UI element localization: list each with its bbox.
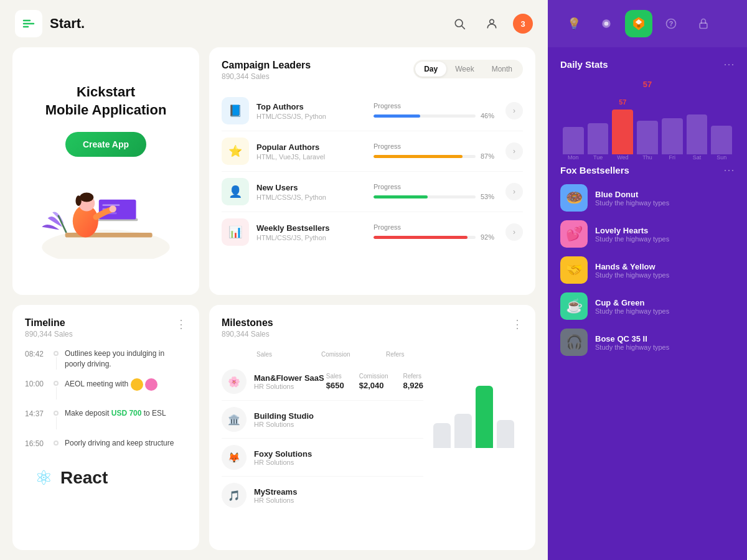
progress-label: Progress <box>374 142 498 150</box>
fox-bestsellers-menu[interactable]: ⋯ <box>723 163 735 177</box>
timeline-line <box>56 417 57 429</box>
timeline-subtitle: 890,344 Sales <box>25 330 73 338</box>
milestone-list: Sales Comission Refers 🌸 Man&Flower SaaS… <box>222 348 423 514</box>
timeline-dot-wrap <box>54 348 59 370</box>
sidebar-icon-circle[interactable] <box>593 10 620 37</box>
search-icon[interactable] <box>448 12 471 35</box>
campaign-row-icon: 👤 <box>222 178 249 205</box>
chart-day-label: Mon <box>563 154 584 161</box>
chart-day-label: Tue <box>588 154 609 161</box>
row-chevron[interactable]: › <box>505 142 523 160</box>
notification-badge[interactable]: 3 <box>513 14 533 34</box>
tab-week[interactable]: Week <box>446 62 482 77</box>
user-icon[interactable] <box>481 12 503 35</box>
timeline-link[interactable]: USD 700 <box>111 409 142 418</box>
milestones-menu[interactable]: ⋮ <box>512 317 523 331</box>
progress-bar-bg <box>374 114 476 118</box>
progress-bar-bg <box>374 195 476 198</box>
sidebar-icon-question[interactable]: ? <box>657 10 685 37</box>
timeline-line <box>56 387 57 399</box>
milestone-row: 🎵 MyStreams HR Solutions <box>222 477 423 514</box>
progress-label: Progress <box>374 183 498 190</box>
fox-item-name: Lovely Hearts <box>595 226 669 235</box>
timeline-item: 16:50 Poorly driving and keep structure <box>25 438 187 449</box>
fox-thumb: 🎧 <box>560 329 588 356</box>
timeline-time: 08:42 <box>25 348 47 358</box>
milestone-row: 🌸 Man&Flower SaaS HR Solutions Sales$650… <box>222 363 423 401</box>
timeline-time: 16:50 <box>25 438 47 448</box>
progress-bar-fill <box>374 195 428 198</box>
timeline-dot <box>54 351 59 356</box>
tab-month[interactable]: Month <box>483 62 521 77</box>
svg-point-23 <box>637 24 640 27</box>
campaign-row-tags: HTML, VueJS, Laravel <box>256 153 374 161</box>
daily-stats-menu[interactable]: ⋯ <box>723 57 735 71</box>
campaign-row: 📊 Weekly Bestsellers HTML/CSS/JS, Python… <box>222 212 523 252</box>
svg-rect-10 <box>102 204 120 206</box>
progress-label: Progress <box>374 102 498 110</box>
fox-item-sub: Study the highway types <box>595 307 669 315</box>
chart-bar-wrap <box>563 92 584 154</box>
milestone-stats: Sales$650 Comission$2,040 Refers8,926 <box>326 373 423 390</box>
campaign-row-info: Weekly Bestsellers HTML/CSS/JS, Python <box>256 223 374 241</box>
timeline-list: 08:42 Outlines keep you indulging in poo… <box>25 348 187 449</box>
chart-bars: 57 <box>560 92 735 154</box>
timeline-item: 08:42 Outlines keep you indulging in poo… <box>25 348 187 370</box>
content-grid: Kickstart Mobile Application Create App <box>0 47 548 560</box>
tab-day[interactable]: Day <box>415 62 446 77</box>
timeline-menu[interactable]: ⋮ <box>176 317 187 331</box>
chart-labels: MonTueWedThuFriSatSun <box>560 154 735 161</box>
svg-point-19 <box>604 22 609 26</box>
progress-section: Progress 46% <box>374 102 498 119</box>
fox-item-sub: Study the highway types <box>595 199 669 207</box>
milestone-bar <box>476 386 493 448</box>
daily-stats-chart: 57 57 MonTueWedThuFriSatSun <box>560 78 735 153</box>
chart-bar <box>637 121 658 154</box>
create-app-button[interactable]: Create App <box>65 132 146 157</box>
campaign-tabs: Day Week Month <box>413 60 523 78</box>
fox-item: 🎧 Bose QC 35 II Study the highway types <box>560 329 735 356</box>
header-actions: 3 <box>448 12 533 35</box>
fox-item-name: Hands & Yellow <box>595 262 669 271</box>
progress-bar-wrap: 53% <box>374 193 498 200</box>
sidebar-icon-bulb[interactable]: 💡 <box>560 10 588 37</box>
row-chevron[interactable]: › <box>505 223 523 241</box>
progress-bar-fill <box>374 114 420 118</box>
chart-bar <box>563 127 584 154</box>
fox-thumb: 🍩 <box>560 184 588 212</box>
daily-stats-title: Daily Stats <box>560 59 608 70</box>
progress-bar-bg <box>374 236 476 239</box>
milestone-icon: 🎵 <box>222 483 247 508</box>
progress-section: Progress 53% <box>374 183 498 200</box>
chart-day-label: Sun <box>711 154 732 161</box>
chart-bar-wrap <box>637 92 658 154</box>
chart-bar <box>612 110 633 154</box>
campaign-row-name: New Users <box>256 183 374 192</box>
milestone-content: Sales Comission Refers 🌸 Man&Flower SaaS… <box>222 348 523 514</box>
milestone-sub: HR Solutions <box>254 421 339 428</box>
milestone-name: Foxy Solutions <box>254 449 339 459</box>
fox-item: 💕 Lovely Hearts Study the highway types <box>560 220 735 248</box>
sidebar-icon-lock[interactable] <box>690 10 717 37</box>
logo-text: Start. <box>50 16 85 32</box>
milestones-subtitle: 890,344 Sales <box>222 330 273 338</box>
react-logo-section: ⚛ React <box>25 457 187 498</box>
fox-item-info: Lovely Hearts Study the highway types <box>595 226 669 243</box>
fox-item-info: Blue Donut Study the highway types <box>595 190 669 207</box>
timeline-time: 10:00 <box>25 378 47 388</box>
chart-bar <box>588 123 609 154</box>
campaign-row-icon: 📊 <box>222 218 249 246</box>
chart-peak-value: 57 <box>643 80 652 89</box>
row-chevron[interactable]: › <box>505 102 523 119</box>
milestone-icon: 🏛️ <box>222 407 247 432</box>
sidebar-icon-fox[interactable] <box>625 10 652 37</box>
milestone-sub: HR Solutions <box>254 497 339 504</box>
milestone-info: Building Studio HR Solutions <box>254 411 339 428</box>
progress-bar-fill <box>374 155 463 158</box>
right-sidebar: 💡 ? <box>548 0 747 560</box>
fox-thumb: ☕ <box>560 292 588 320</box>
fox-thumb: 💕 <box>560 220 588 248</box>
row-chevron[interactable]: › <box>505 183 523 200</box>
svg-point-5 <box>490 19 494 24</box>
svg-point-15 <box>80 192 93 202</box>
